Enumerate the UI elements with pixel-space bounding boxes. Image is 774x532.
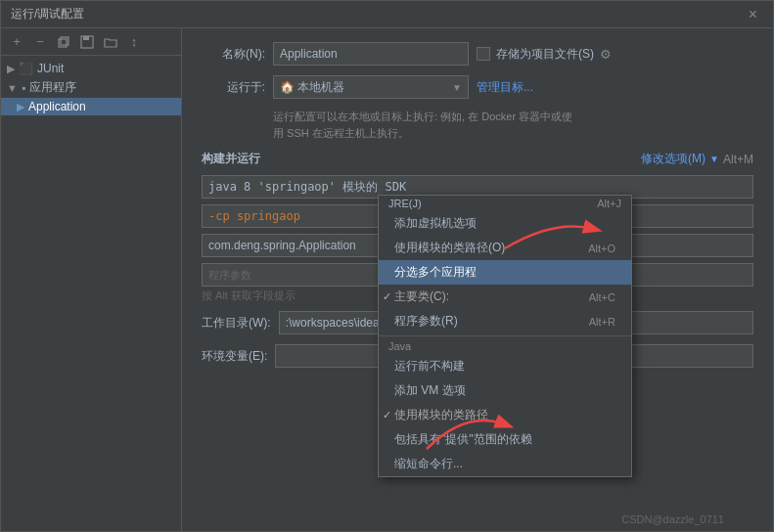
- use-classpath-label: 使用模块的类路径(O): [394, 240, 505, 256]
- program-args-label: 程序参数(R): [394, 313, 458, 330]
- modify-options-label: 修改选项(M): [641, 151, 706, 167]
- include-provided-label: 包括具有"提供"范围的依赖: [394, 431, 532, 448]
- title-bar-left: 运行/调试配置: [11, 6, 84, 22]
- settings-icon[interactable]: ⚙: [600, 47, 612, 62]
- cp-value: -cp springaop: [208, 209, 300, 223]
- dropdown-main-class[interactable]: 主要类(C): Alt+C: [379, 285, 631, 309]
- sdk-value: java 8 'springaop' 模块的 SDK: [208, 179, 406, 196]
- svg-rect-3: [83, 36, 89, 40]
- main-class-shortcut: Alt+C: [589, 291, 615, 303]
- config-tree: ▶ ⬛ JUnit ▼ ▪ 应用程序 ▶ Application: [1, 56, 181, 531]
- dropdown-program-args[interactable]: 程序参数(R) Alt+R: [379, 309, 631, 333]
- app-section-expand-icon: ▼: [7, 82, 18, 94]
- svg-rect-1: [61, 37, 68, 45]
- application-label: Application: [28, 100, 86, 113]
- app-section-label: 应用程序: [29, 79, 76, 96]
- copy-config-button[interactable]: [54, 32, 73, 52]
- dropdown-truncate[interactable]: 缩短命令行...: [379, 452, 631, 476]
- save-project-label: 存储为项目文件(S): [496, 46, 594, 63]
- name-row: 名称(N): 存储为项目文件(S) ⚙: [202, 42, 753, 66]
- application-icon: ▶: [17, 101, 24, 113]
- junit-label: JUnit: [37, 62, 64, 75]
- shorten-cmd-label: 分选多个应用程: [394, 264, 477, 281]
- info-text-content: 运行配置可以在本地或目标上执行: 例如, 在 Docker 容器中或使 用 SS…: [273, 111, 572, 139]
- sidebar-item-junit[interactable]: ▶ ⬛ JUnit: [1, 60, 181, 77]
- use-module-classpath-label: 使用模块的类路径: [394, 407, 488, 423]
- watermark-text: CSDN@dazzle_0711: [621, 513, 724, 525]
- remove-config-button[interactable]: −: [30, 32, 50, 52]
- build-run-header: 构建并运行 修改选项(M) ▼ Alt+M: [202, 151, 753, 167]
- modify-options-arrow: ▼: [709, 154, 719, 164]
- modify-options-link[interactable]: 修改选项(M) ▼ Alt+M: [641, 151, 753, 167]
- dropdown-add-vm-option[interactable]: 添加 VM 选项: [379, 378, 631, 403]
- jre-section-text: JRE(J): [388, 198, 422, 209]
- save-config-button[interactable]: [77, 32, 97, 52]
- junit-collapse-icon: ▶: [7, 63, 15, 75]
- java-section-text: Java: [388, 340, 411, 352]
- dropdown-use-module-classpath[interactable]: 使用模块的类路径: [379, 403, 631, 427]
- svg-rect-0: [59, 39, 67, 47]
- dropdown-no-build[interactable]: 运行前不构建: [379, 354, 631, 378]
- dropdown-shorten-cmd[interactable]: 分选多个应用程: [379, 260, 631, 285]
- run-on-value: 🏠 本地机器: [280, 79, 344, 96]
- dropdown-include-provided[interactable]: 包括具有"提供"范围的依赖: [379, 427, 631, 452]
- modify-options-dropdown: JRE(J) Alt+J 添加虚拟机选项 使用模块的类路径(O) Alt+O 分…: [378, 195, 632, 477]
- add-vm-current-label: 添加虚拟机选项: [394, 215, 477, 232]
- close-button[interactable]: ×: [743, 4, 763, 25]
- sidebar-item-app-section[interactable]: ▼ ▪ 应用程序: [1, 77, 181, 98]
- name-label: 名称(N):: [202, 46, 265, 63]
- truncate-label: 缩短命令行...: [394, 456, 463, 472]
- folder-button[interactable]: [101, 32, 120, 52]
- left-panel: + −: [1, 28, 182, 531]
- run-on-label: 运行于:: [202, 79, 265, 96]
- run-on-select[interactable]: 🏠 本地机器 ▼: [273, 75, 469, 99]
- sort-button[interactable]: ↕: [124, 32, 144, 52]
- info-text: 运行配置可以在本地或目标上执行: 例如, 在 Docker 容器中或使 用 SS…: [273, 109, 753, 141]
- jre-shortcut: Alt+J: [597, 198, 621, 209]
- save-project-checkbox[interactable]: [477, 47, 490, 61]
- name-input[interactable]: [273, 42, 469, 66]
- title-bar: 运行/调试配置 ×: [1, 1, 773, 28]
- add-config-button[interactable]: +: [7, 32, 26, 52]
- add-vm-option-label: 添加 VM 选项: [394, 382, 466, 399]
- dropdown-java-section: Java: [379, 338, 631, 354]
- junit-icon: ⬛: [19, 62, 33, 75]
- build-run-title: 构建并运行: [202, 151, 260, 167]
- run-debug-config-window: 运行/调试配置 × + −: [0, 0, 774, 532]
- no-build-label: 运行前不构建: [394, 358, 465, 375]
- dropdown-separator-1: [379, 335, 631, 336]
- program-args-placeholder: 程序参数: [208, 268, 251, 283]
- work-dir-label: 工作目录(W):: [202, 315, 271, 332]
- use-classpath-shortcut: Alt+O: [588, 243, 615, 254]
- sidebar-item-application[interactable]: ▶ Application: [1, 98, 181, 115]
- modify-shortcut: Alt+M: [723, 153, 753, 166]
- dropdown-use-classpath[interactable]: 使用模块的类路径(O) Alt+O: [379, 236, 631, 260]
- main-class-label: 主要类(C):: [394, 288, 449, 305]
- watermark: CSDN@dazzle_0711: [621, 513, 724, 525]
- program-args-shortcut: Alt+R: [589, 316, 615, 328]
- dropdown-jre-section: JRE(J) Alt+J: [379, 196, 631, 211]
- manage-targets-link[interactable]: 管理目标...: [477, 79, 533, 96]
- config-toolbar: + −: [1, 28, 181, 56]
- dropdown-arrow-icon: ▼: [452, 82, 462, 93]
- main-class-value: com.deng.spring.Application: [208, 239, 356, 252]
- app-section-icon: ▪: [22, 81, 25, 95]
- env-label: 环境变量(E):: [202, 348, 267, 365]
- save-checkbox-area: 存储为项目文件(S) ⚙: [477, 46, 612, 63]
- right-panel: 名称(N): 存储为项目文件(S) ⚙ 运行于: 🏠 本地机器 ▼ 管理目标..…: [182, 28, 773, 531]
- run-on-row: 运行于: 🏠 本地机器 ▼ 管理目标...: [202, 75, 753, 99]
- window-title: 运行/调试配置: [11, 6, 84, 22]
- dropdown-add-vm-current[interactable]: 添加虚拟机选项: [379, 211, 631, 236]
- main-content: + −: [1, 28, 773, 531]
